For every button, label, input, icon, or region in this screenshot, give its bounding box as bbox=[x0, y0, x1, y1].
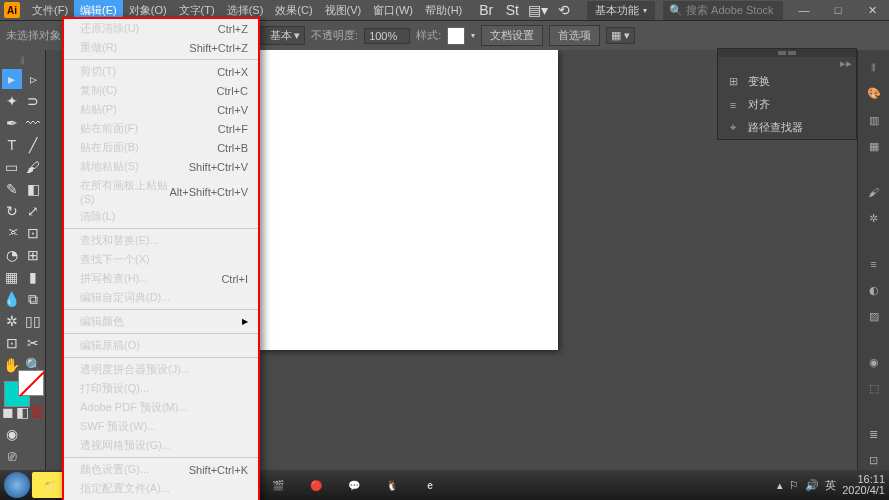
maximize-button[interactable]: □ bbox=[825, 1, 851, 19]
menuitem-打印预设Q[interactable]: 打印预设(Q)... bbox=[64, 379, 258, 398]
artboard-tool[interactable]: ⊡ bbox=[2, 333, 22, 353]
symbol-sprayer-tool[interactable]: ✲ bbox=[2, 311, 22, 331]
qq-icon[interactable]: 🐧 bbox=[374, 472, 410, 498]
close-button[interactable]: ✕ bbox=[859, 1, 885, 19]
menuitem-查找和替换E[interactable]: 查找和替换(E)... bbox=[64, 231, 258, 250]
volume-icon[interactable]: 🔊 bbox=[805, 479, 819, 492]
menuitem-编辑颜色[interactable]: 编辑颜色 bbox=[64, 312, 258, 331]
scale-tool[interactable]: ⤢ bbox=[24, 201, 44, 221]
prefs-button[interactable]: 首选项 bbox=[549, 25, 600, 46]
chat-icon[interactable]: 💬 bbox=[336, 472, 372, 498]
bridge-icon[interactable]: Br bbox=[476, 0, 496, 20]
brushes-panel-icon[interactable]: 🖌 bbox=[864, 183, 884, 201]
ime-icon[interactable]: 英 bbox=[825, 478, 836, 493]
transparency-panel-icon[interactable]: ▨ bbox=[864, 308, 884, 326]
rectangle-tool[interactable]: ▭ bbox=[2, 157, 22, 177]
menuitem-编辑自定词典D[interactable]: 编辑自定词典(D)... bbox=[64, 288, 258, 307]
appearance-panel-icon[interactable]: ◉ bbox=[864, 353, 884, 371]
menuitem-还原清除U[interactable]: 还原清除(U)Ctrl+Z bbox=[64, 19, 258, 38]
menuitem-剪切T[interactable]: 剪切(T)Ctrl+X bbox=[64, 62, 258, 81]
menuitem-颜色设置G[interactable]: 颜色设置(G)...Shift+Ctrl+K bbox=[64, 460, 258, 479]
line-tool[interactable]: ╱ bbox=[24, 135, 44, 155]
stroke-panel-icon[interactable]: ≡ bbox=[864, 255, 884, 273]
gradient-tool[interactable]: ▮ bbox=[24, 267, 44, 287]
menu-帮助h[interactable]: 帮助(H) bbox=[419, 0, 468, 21]
app-icon[interactable]: 🔴 bbox=[298, 472, 334, 498]
menu-视图v[interactable]: 视图(V) bbox=[319, 0, 368, 21]
slice-tool[interactable]: ✂ bbox=[24, 333, 44, 353]
graphic-styles-panel-icon[interactable]: ⬚ bbox=[864, 380, 884, 398]
shape-builder-tool[interactable]: ◔ bbox=[2, 245, 22, 265]
screen-mode-icon[interactable]: ⎚ bbox=[2, 446, 22, 466]
tray-expand-icon[interactable]: ▴ bbox=[777, 479, 783, 492]
eyedropper-tool[interactable]: 💧 bbox=[2, 289, 22, 309]
menuitem-复制C[interactable]: 复制(C)Ctrl+C bbox=[64, 81, 258, 100]
mesh-tool[interactable]: ▦ bbox=[2, 267, 22, 287]
panel-shortcut-对齐[interactable]: ≡对齐 bbox=[718, 93, 856, 116]
pen-tool[interactable]: ✒ bbox=[2, 113, 22, 133]
fill-stroke-swatches[interactable] bbox=[4, 381, 44, 396]
menuitem-透明度拼合器预设J[interactable]: 透明度拼合器预设(J)... bbox=[64, 360, 258, 379]
opacity-input[interactable]: 100% bbox=[364, 28, 410, 44]
direct-selection-tool[interactable]: ▹ bbox=[24, 69, 44, 89]
arrange-icon[interactable]: ▤▾ bbox=[528, 0, 548, 20]
shaper-tool[interactable]: ✎ bbox=[2, 179, 22, 199]
artboard[interactable] bbox=[260, 50, 558, 350]
media-icon[interactable]: 🎬 bbox=[260, 472, 296, 498]
stock-icon[interactable]: St bbox=[502, 0, 522, 20]
panel-shortcut-路径查找器[interactable]: ⌖路径查找器 bbox=[718, 116, 856, 139]
panel-collapse-icon[interactable]: ▸▸ bbox=[718, 57, 856, 70]
free-transform-tool[interactable]: ⊡ bbox=[24, 223, 44, 243]
start-button[interactable] bbox=[4, 472, 30, 498]
panel-grip-icon[interactable] bbox=[718, 49, 856, 57]
lasso-tool[interactable]: ⊃ bbox=[24, 91, 44, 111]
ie-icon[interactable]: e bbox=[412, 472, 448, 498]
paintbrush-tool[interactable]: 🖌 bbox=[24, 157, 44, 177]
eraser-tool[interactable]: ◧ bbox=[24, 179, 44, 199]
transform-panel-collapsed: ▸▸ ⊞变换≡对齐⌖路径查找器 bbox=[717, 48, 857, 140]
menuitem-Adobe PDF 预设M[interactable]: Adobe PDF 预设(M)... bbox=[64, 398, 258, 417]
stroke-swatch[interactable] bbox=[18, 370, 44, 396]
menuitem-粘贴P[interactable]: 粘贴(P)Ctrl+V bbox=[64, 100, 258, 119]
minimize-button[interactable]: — bbox=[791, 1, 817, 19]
rotate-tool[interactable]: ↻ bbox=[2, 201, 22, 221]
gpu-icon[interactable]: ⟲ bbox=[554, 0, 574, 20]
blend-tool[interactable]: ⧉ bbox=[24, 289, 44, 309]
perspective-tool[interactable]: ⊞ bbox=[24, 245, 44, 265]
draw-mode-icon[interactable]: ◉ bbox=[2, 424, 22, 444]
color-guide-panel-icon[interactable]: ▥ bbox=[864, 111, 884, 129]
menuitem-就地粘贴S[interactable]: 就地粘贴(S)Shift+Ctrl+V bbox=[64, 157, 258, 176]
menuitem-透视网格预设G[interactable]: 透视网格预设(G)... bbox=[64, 436, 258, 455]
artboards-panel-icon[interactable]: ⊡ bbox=[864, 452, 884, 470]
system-tray[interactable]: ▴ ⚐ 🔊 英 16:11 2020/4/1 bbox=[777, 474, 885, 496]
align-select[interactable]: ▦ ▾ bbox=[606, 27, 635, 44]
swatches-panel-icon[interactable]: ▦ bbox=[864, 137, 884, 155]
menu-效果c[interactable]: 效果(C) bbox=[269, 0, 318, 21]
menuitem-贴在后面B[interactable]: 贴在后面(B)Ctrl+B bbox=[64, 138, 258, 157]
menuitem-贴在前面F[interactable]: 贴在前面(F)Ctrl+F bbox=[64, 119, 258, 138]
workspace-switcher[interactable]: 基本功能 ▾ bbox=[587, 1, 655, 20]
type-tool[interactable]: T bbox=[2, 135, 22, 155]
tools-panel: ⫴ ▸▹ ✦⊃ ✒〰 T╱ ▭🖌 ✎◧ ↻⤢ ⪤⊡ ◔⊞ ▦▮ 💧⧉ ✲▯▯ ⊡… bbox=[0, 50, 46, 470]
gradient-panel-icon[interactable]: ◐ bbox=[864, 281, 884, 299]
column-graph-tool[interactable]: ▯▯ bbox=[24, 311, 44, 331]
curvature-tool[interactable]: 〰 bbox=[24, 113, 44, 133]
symbols-panel-icon[interactable]: ✲ bbox=[864, 209, 884, 227]
menu-窗口w[interactable]: 窗口(W) bbox=[367, 0, 419, 21]
color-panel-icon[interactable]: 🎨 bbox=[864, 84, 884, 102]
menuitem-SWF 预设W[interactable]: SWF 预设(W)... bbox=[64, 417, 258, 436]
search-input[interactable]: 🔍 搜索 Adobe Stock bbox=[663, 1, 783, 20]
layers-panel-icon[interactable]: ≣ bbox=[864, 425, 884, 443]
width-tool[interactable]: ⪤ bbox=[2, 223, 22, 243]
style-swatch[interactable] bbox=[447, 27, 465, 45]
collapse-icon[interactable]: ⫴ bbox=[864, 58, 884, 76]
magic-wand-tool[interactable]: ✦ bbox=[2, 91, 22, 111]
selection-tool[interactable]: ▸ bbox=[2, 69, 22, 89]
menuitem-指定配置文件A[interactable]: 指定配置文件(A)... bbox=[64, 479, 258, 498]
none-mode-icon[interactable]: ☒ bbox=[31, 402, 44, 422]
panel-shortcut-变换[interactable]: ⊞变换 bbox=[718, 70, 856, 93]
menuitem-拼写检查H[interactable]: 拼写检查(H)...Ctrl+I bbox=[64, 269, 258, 288]
action-center-icon[interactable]: ⚐ bbox=[789, 479, 799, 492]
menuitem-在所有画板上粘贴S[interactable]: 在所有画板上粘贴(S)Alt+Shift+Ctrl+V bbox=[64, 176, 258, 207]
doc-setup-button[interactable]: 文档设置 bbox=[481, 25, 543, 46]
